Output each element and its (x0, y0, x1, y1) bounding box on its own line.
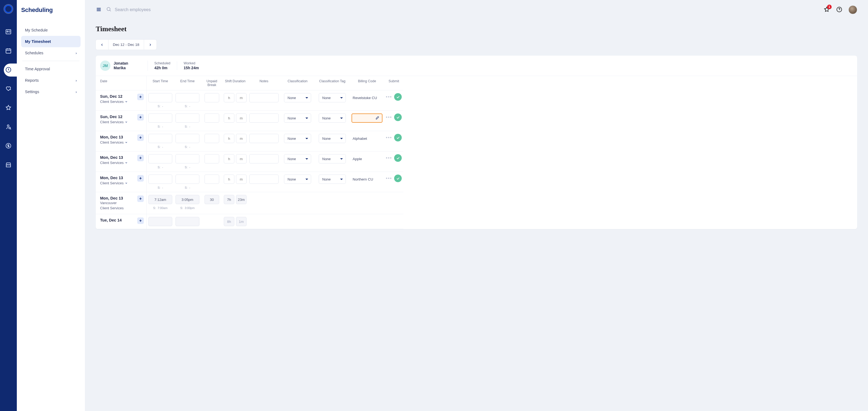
sidebar-item-my-schedule[interactable]: My Schedule (21, 24, 81, 36)
add-row-button[interactable]: + (137, 135, 144, 141)
unpaid-break-input[interactable] (205, 93, 219, 102)
unpaid-break-input[interactable] (205, 195, 219, 204)
rail-clock[interactable] (0, 64, 17, 76)
row-menu-button[interactable]: ••• (386, 176, 392, 181)
unpaid-break-input[interactable] (205, 134, 219, 143)
start-time-input[interactable] (148, 154, 172, 164)
start-time-input[interactable] (148, 114, 172, 123)
rail-store[interactable] (0, 159, 17, 171)
end-time-input[interactable] (176, 114, 199, 123)
duration-hours-input[interactable] (224, 217, 235, 226)
classification-select[interactable]: None (284, 175, 311, 184)
classification-tag-select[interactable]: None (319, 93, 346, 102)
search-input[interactable] (115, 7, 196, 12)
submit-row-button[interactable] (394, 134, 402, 141)
row-department[interactable]: Client Services (100, 120, 144, 124)
duration-hours-input[interactable] (224, 175, 235, 184)
duration-hours-input[interactable] (224, 114, 235, 123)
rail-directory[interactable] (0, 26, 17, 37)
classification-select[interactable]: None (284, 154, 311, 164)
add-row-button[interactable]: + (137, 196, 144, 202)
classification-select[interactable]: None (284, 134, 311, 143)
row-menu-button[interactable]: ••• (386, 135, 392, 140)
unpaid-break-input[interactable] (205, 154, 219, 164)
sidebar-item-reports[interactable]: Reports› (21, 75, 81, 86)
duration-minutes-input[interactable] (236, 195, 247, 204)
duration-minutes-input[interactable] (236, 154, 247, 164)
app-logo (4, 5, 12, 13)
rail-people-search[interactable] (0, 121, 17, 133)
add-row-button[interactable]: + (137, 114, 144, 120)
submit-row-button[interactable] (394, 154, 402, 162)
row-department[interactable]: Client Services (100, 140, 144, 144)
help-button[interactable] (836, 6, 842, 13)
rail-star[interactable] (0, 102, 17, 114)
row-department[interactable]: Client Services (100, 206, 144, 210)
start-time-input[interactable] (148, 217, 172, 226)
notes-input[interactable] (249, 134, 279, 143)
billing-code-value[interactable]: Northern CU (351, 175, 382, 184)
classification-tag-select[interactable]: None (319, 175, 346, 184)
range-next-button[interactable] (144, 40, 156, 50)
add-row-button[interactable]: + (137, 217, 144, 224)
end-time-input[interactable] (176, 217, 199, 226)
duration-hours-input[interactable] (224, 134, 235, 143)
submit-row-button[interactable] (394, 114, 402, 121)
rail-dollar[interactable] (0, 140, 17, 151)
row-department[interactable]: Client Services (100, 99, 144, 104)
end-time-input[interactable] (176, 195, 199, 204)
end-time-input[interactable] (176, 134, 199, 143)
row-department[interactable]: Client Services (100, 161, 144, 165)
user-avatar[interactable] (848, 5, 857, 14)
billing-code-value[interactable]: Alphabet (351, 134, 382, 143)
classification-select[interactable]: None (284, 93, 311, 102)
sidebar-item-schedules[interactable]: Schedules› (21, 47, 81, 59)
favorites-button[interactable]: 1 (824, 6, 830, 13)
notes-input[interactable] (249, 175, 279, 184)
rail-heart[interactable] (0, 83, 17, 94)
duration-minutes-input[interactable] (236, 114, 247, 123)
add-row-button[interactable]: + (137, 175, 144, 182)
billing-code-value[interactable]: Apple (351, 154, 382, 164)
row-department[interactable]: Client Services (100, 181, 144, 185)
add-row-button[interactable]: + (137, 155, 144, 161)
range-label[interactable]: Dec 12 - Dec 18 (108, 40, 144, 50)
duration-hours-input[interactable] (224, 93, 235, 102)
classification-select[interactable]: None (284, 114, 311, 123)
billing-code-value[interactable]: Revelstoke CU (351, 93, 382, 102)
start-time-input[interactable] (148, 195, 172, 204)
rail-calendar[interactable] (0, 45, 17, 56)
sidebar-item-time-approval[interactable]: Time Approval (21, 63, 81, 75)
end-time-input[interactable] (176, 175, 199, 184)
add-row-button[interactable]: + (137, 94, 144, 100)
unpaid-break-input[interactable] (205, 175, 219, 184)
notes-input[interactable] (249, 93, 279, 102)
collapse-sidebar-button[interactable] (96, 6, 102, 13)
start-time-input[interactable] (148, 134, 172, 143)
duration-minutes-input[interactable] (236, 175, 247, 184)
notes-input[interactable] (249, 114, 279, 123)
end-time-input[interactable] (176, 93, 199, 102)
row-menu-button[interactable]: ••• (386, 115, 392, 120)
classification-tag-select[interactable]: None (319, 134, 346, 143)
duration-minutes-input[interactable] (236, 134, 247, 143)
sidebar-item-settings[interactable]: Settings› (21, 86, 81, 97)
notes-input[interactable] (249, 154, 279, 164)
row-menu-button[interactable]: ••• (386, 155, 392, 160)
billing-code-edit[interactable] (351, 114, 382, 123)
duration-hours-input[interactable] (224, 154, 235, 164)
duration-minutes-input[interactable] (236, 217, 247, 226)
end-time-input[interactable] (176, 154, 199, 164)
start-time-input[interactable] (148, 93, 172, 102)
range-prev-button[interactable] (96, 40, 108, 50)
unpaid-break-input[interactable] (205, 114, 219, 123)
classification-tag-select[interactable]: None (319, 154, 346, 164)
duration-hours-input[interactable] (224, 195, 235, 204)
duration-minutes-input[interactable] (236, 93, 247, 102)
submit-row-button[interactable] (394, 93, 402, 101)
row-menu-button[interactable]: ••• (386, 94, 392, 99)
sidebar-item-my-timesheet[interactable]: My Timesheet (21, 36, 81, 47)
start-time-input[interactable] (148, 175, 172, 184)
submit-row-button[interactable] (394, 175, 402, 182)
classification-tag-select[interactable]: None (319, 114, 346, 123)
